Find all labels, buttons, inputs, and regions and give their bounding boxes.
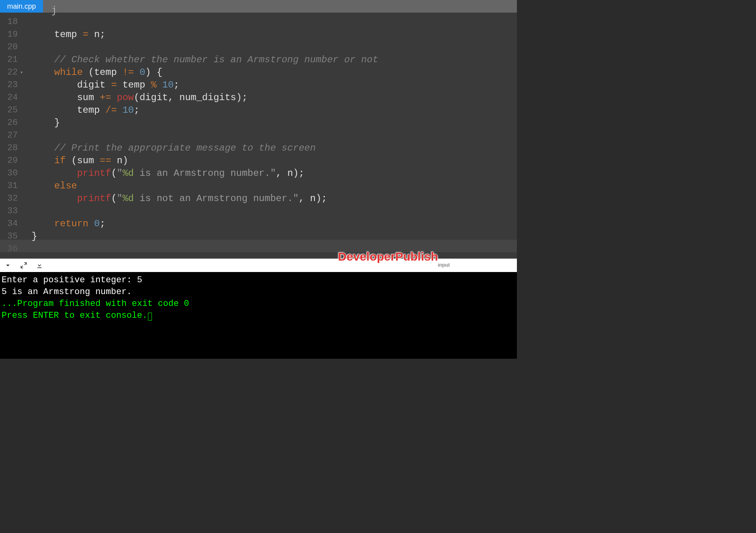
token-fn: printf (77, 193, 111, 204)
token-com: // Check whether the number is an Armstr… (32, 54, 378, 65)
token-op: != (122, 67, 134, 78)
token-id: n (88, 29, 100, 40)
token-id: digit (32, 80, 111, 90)
token-id: temp (117, 80, 151, 90)
watermark-text: DeveloperPublish (338, 250, 438, 263)
token-kw: else (54, 181, 77, 191)
token-id (32, 181, 54, 191)
token-id: ; (100, 218, 105, 229)
token-id: sum (32, 92, 100, 103)
watermark-small: input (438, 262, 450, 268)
line-number: 28 (3, 142, 19, 155)
line-number: 31 (3, 180, 19, 192)
token-fn: pow (117, 92, 134, 103)
line-number: 20 (3, 41, 19, 54)
code-line[interactable]: // Print the appropriate message to the … (32, 142, 517, 155)
token-str: is an Armstrong number." (134, 168, 276, 179)
line-number: 32 (3, 192, 19, 205)
code-line[interactable]: digit = temp % 10; (32, 79, 517, 91)
token-id: ( (111, 193, 117, 204)
tab-label: main.cpp (7, 2, 36, 11)
line-number: 26 (3, 117, 19, 129)
token-id: (temp (83, 67, 123, 78)
token-num: 10 (162, 80, 174, 90)
line-number: 25 (3, 104, 19, 117)
code-line[interactable]: printf("%d is not an Armstrong number.",… (32, 192, 517, 205)
token-op: = (111, 80, 117, 90)
token-fmt: %d (122, 193, 134, 204)
token-id: ; (174, 80, 179, 90)
token-fn: printf (77, 168, 111, 179)
token-id: ; (134, 105, 139, 116)
token-id: ( (111, 168, 117, 179)
code-line[interactable]: // Check whether the number is an Armstr… (32, 54, 517, 66)
token-com: // Print the appropriate message to the … (32, 143, 316, 153)
code-line[interactable]: else (32, 180, 517, 192)
token-id (32, 155, 54, 166)
code-area[interactable]: temp = n; // Check whether the number is… (24, 13, 517, 259)
token-op: += (100, 92, 111, 103)
token-id (134, 67, 139, 78)
console-cursor (148, 313, 152, 321)
console-line: 5 is an Armstrong number. (2, 286, 515, 298)
token-id: (digit, num_digits); (134, 92, 247, 103)
code-line[interactable]: if (sum == n) (32, 155, 517, 167)
line-number: 33 (3, 205, 19, 218)
token-op: == (100, 155, 111, 166)
token-id: temp (32, 29, 83, 40)
code-line[interactable]: temp /= 10; (32, 104, 517, 117)
token-id: } (32, 231, 37, 242)
token-id (32, 218, 54, 229)
token-id (32, 168, 77, 179)
token-id: n) (111, 155, 128, 166)
code-line[interactable]: return 0; (32, 218, 517, 230)
token-id (111, 92, 117, 103)
code-line[interactable]: } (32, 117, 517, 129)
token-str: " (117, 193, 122, 204)
code-line[interactable]: printf("%d is an Armstrong number.", n); (32, 167, 517, 180)
line-number: 18 (3, 16, 19, 28)
code-line[interactable]: temp = n; (32, 28, 517, 41)
console-line: Press ENTER to exit console. (2, 310, 515, 322)
download-icon[interactable] (36, 261, 43, 269)
code-line[interactable] (32, 243, 517, 255)
code-line[interactable]: while (temp != 0) { (32, 66, 517, 79)
token-id (117, 105, 122, 116)
code-line[interactable]: sum += pow(digit, num_digits); (32, 91, 517, 104)
line-number: 19 (3, 28, 19, 41)
token-op: % (151, 80, 156, 90)
expand-icon[interactable] (20, 261, 28, 269)
token-op: /= (105, 105, 117, 116)
tab-bar: main.cpp (0, 0, 517, 13)
token-id: , n); (299, 193, 327, 204)
line-number: 21 (3, 54, 19, 66)
token-kw: while (54, 67, 83, 78)
code-line[interactable] (32, 205, 517, 218)
token-kw: if (54, 155, 66, 166)
token-id (157, 80, 162, 90)
tab-main-cpp[interactable]: main.cpp (0, 0, 43, 13)
console-output[interactable]: Enter a positive integer: 55 is an Armst… (0, 272, 517, 359)
token-id: (sum (65, 155, 99, 166)
console-toolbar: DeveloperPublish input (0, 259, 517, 272)
code-line[interactable] (32, 41, 517, 54)
line-number: 34 (3, 218, 19, 230)
token-id: , n); (276, 168, 304, 179)
token-fmt: %d (122, 168, 134, 179)
chevron-down-icon[interactable] (4, 261, 12, 269)
token-id (32, 193, 77, 204)
token-id: } (32, 117, 60, 128)
code-editor[interactable]: j 18192021222324252627282930313233343536… (0, 13, 517, 259)
code-line[interactable] (32, 129, 517, 142)
line-number: 22 (3, 66, 19, 79)
code-line[interactable] (32, 16, 517, 28)
line-number: 24 (3, 91, 19, 104)
console-line: ...Program finished with exit code 0 (2, 298, 515, 310)
token-id: temp (32, 105, 105, 116)
line-number: 30 (3, 167, 19, 180)
line-number: 23 (3, 79, 19, 91)
line-number: 29 (3, 155, 19, 167)
token-id: ) { (145, 67, 162, 78)
token-kw: return (54, 218, 88, 229)
code-line[interactable]: } (32, 230, 517, 243)
